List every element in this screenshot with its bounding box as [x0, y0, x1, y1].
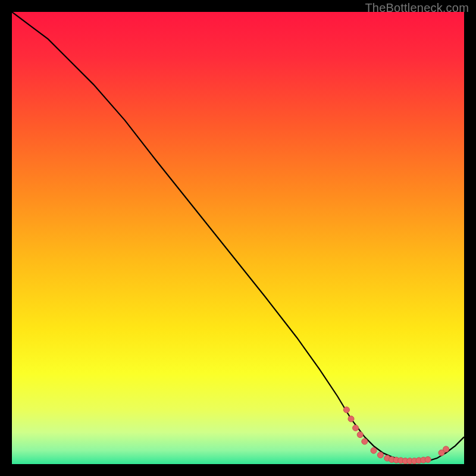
data-marker — [443, 446, 449, 452]
bottleneck-chart — [12, 12, 464, 464]
data-marker — [357, 432, 363, 438]
data-marker — [348, 416, 354, 422]
gradient-background — [12, 12, 464, 464]
data-marker — [371, 447, 377, 453]
data-marker — [362, 439, 368, 444]
data-marker — [425, 456, 431, 462]
data-marker — [343, 407, 349, 413]
data-marker — [353, 425, 359, 431]
data-marker — [377, 452, 383, 458]
chart-frame: TheBottleneck.com — [0, 0, 476, 476]
watermark-text: TheBottleneck.com — [365, 1, 469, 15]
